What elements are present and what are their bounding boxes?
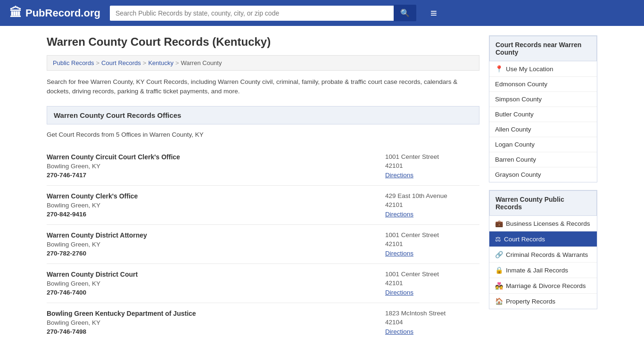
office-address-4: 1823 McIntosh Street: [385, 310, 479, 317]
public-records-item-4[interactable]: 💑 Marriage & Divorce Records: [489, 278, 597, 294]
office-name-1: Warren County Clerk's Office: [47, 192, 138, 200]
logo-icon: 🏛: [9, 6, 22, 20]
search-input[interactable]: [110, 6, 394, 21]
public-records-label-0: Business Licenses & Records: [506, 220, 590, 227]
breadcrumb-sep-3: >: [175, 59, 179, 66]
offices-section-header: Warren County Court Records Offices: [47, 106, 479, 124]
office-right-3: 1001 Center Street 42101 Directions: [385, 271, 479, 296]
logo[interactable]: 🏛 PubRecord.org: [9, 6, 100, 20]
nearby-county-1[interactable]: Simpson County: [489, 92, 597, 107]
public-records-icon-4: 💑: [495, 282, 503, 289]
office-right-2: 1001 Center Street 42101 Directions: [385, 231, 479, 257]
directions-link-0[interactable]: Directions: [385, 172, 413, 179]
nearby-county-6[interactable]: Grayson County: [489, 167, 597, 182]
public-records-label-1: Court Records: [504, 236, 545, 243]
office-left-4: Bowling Green Kentucky Department of Jus…: [47, 310, 196, 335]
search-button[interactable]: 🔍: [394, 5, 416, 21]
office-right-4: 1823 McIntosh Street 42104 Directions: [385, 310, 479, 335]
nearby-counties: Edmonson CountySimpson CountyButler Coun…: [489, 77, 597, 182]
public-records-item-5[interactable]: 🏠 Property Records: [489, 294, 597, 309]
office-zip-0: 42101: [385, 162, 479, 169]
page-title: Warren County Court Records (Kentucky): [47, 35, 479, 49]
office-left-3: Warren County District Court Bowling Gre…: [47, 271, 138, 296]
office-entry: Warren County Clerk's Office Bowling Gre…: [47, 186, 479, 225]
directions-link-2[interactable]: Directions: [385, 250, 413, 257]
breadcrumb-sep-2: >: [143, 59, 147, 66]
public-records-item-1[interactable]: ⚖ Court Records: [489, 231, 597, 247]
public-records-header: Warren County Public Records: [489, 190, 597, 216]
description: Search for free Warren County, KY Court …: [47, 77, 479, 97]
office-name-0: Warren County Circuit Court Clerk's Offi…: [47, 153, 180, 161]
office-city-3: Bowling Green, KY: [47, 280, 138, 287]
use-location-label: Use My Location: [506, 66, 553, 73]
office-address-0: 1001 Center Street: [385, 153, 479, 160]
office-zip-2: 42101: [385, 240, 479, 247]
nearby-county-0[interactable]: Edmonson County: [489, 77, 597, 92]
office-zip-1: 42101: [385, 201, 479, 208]
public-records-item-2[interactable]: 🔗 Criminal Records & Warrants: [489, 247, 597, 263]
public-records-icon-5: 🏠: [495, 297, 503, 305]
location-icon: 📍: [495, 65, 503, 73]
menu-button[interactable]: ≡: [430, 7, 437, 20]
main-layout: Warren County Court Records (Kentucky) P…: [39, 26, 605, 351]
nearby-county-4[interactable]: Logan County: [489, 137, 597, 152]
breadcrumb-public-records[interactable]: Public Records: [53, 59, 94, 66]
office-left-0: Warren County Circuit Court Clerk's Offi…: [47, 153, 180, 179]
public-records-item-0[interactable]: 💼 Business Licenses & Records: [489, 216, 597, 231]
office-right-0: 1001 Center Street 42101 Directions: [385, 153, 479, 179]
menu-icon: ≡: [430, 7, 437, 19]
public-records-icon-3: 🔒: [495, 266, 503, 274]
office-name-4: Bowling Green Kentucky Department of Jus…: [47, 310, 196, 317]
office-entry: Warren County District Attorney Bowling …: [47, 225, 479, 264]
office-right-1: 429 East 10th Avenue 42101 Directions: [385, 192, 479, 218]
offices-list: Warren County Circuit Court Clerk's Offi…: [47, 147, 479, 342]
office-phone-4: 270-746-7498: [47, 328, 196, 335]
nearby-county-2[interactable]: Butler County: [489, 107, 597, 122]
content: Warren County Court Records (Kentucky) P…: [47, 35, 479, 342]
public-records-icon-1: ⚖: [495, 235, 501, 243]
office-phone-2: 270-782-2760: [47, 250, 147, 257]
office-city-4: Bowling Green, KY: [47, 319, 196, 326]
public-records-icon-2: 🔗: [495, 251, 503, 258]
nearby-county-3[interactable]: Allen County: [489, 122, 597, 137]
office-zip-3: 42101: [385, 280, 479, 287]
office-name-2: Warren County District Attorney: [47, 231, 147, 239]
public-records-label-3: Inmate & Jail Records: [506, 267, 568, 274]
breadcrumb-court-records[interactable]: Court Records: [101, 59, 141, 66]
nearby-section: Court Records near Warren County 📍 Use M…: [489, 35, 597, 182]
breadcrumb: Public Records > Court Records > Kentuck…: [47, 55, 479, 71]
office-address-1: 429 East 10th Avenue: [385, 192, 479, 199]
office-city-1: Bowling Green, KY: [47, 202, 138, 209]
office-entry: Warren County Circuit Court Clerk's Offi…: [47, 147, 479, 186]
offices-count: Get Court Records from 5 Offices in Warr…: [47, 131, 479, 138]
breadcrumb-warren-county: Warren County: [181, 59, 222, 66]
public-records-label-4: Marriage & Divorce Records: [506, 282, 586, 289]
directions-link-1[interactable]: Directions: [385, 211, 413, 218]
office-address-2: 1001 Center Street: [385, 231, 479, 239]
office-address-3: 1001 Center Street: [385, 271, 479, 278]
office-name-3: Warren County District Court: [47, 271, 138, 278]
public-records-label-2: Criminal Records & Warrants: [506, 251, 588, 258]
breadcrumb-sep-1: >: [96, 59, 99, 66]
office-left-2: Warren County District Attorney Bowling …: [47, 231, 147, 257]
office-left-1: Warren County Clerk's Office Bowling Gre…: [47, 192, 138, 218]
office-entry: Bowling Green Kentucky Department of Jus…: [47, 303, 479, 342]
directions-link-3[interactable]: Directions: [385, 289, 413, 296]
use-location[interactable]: 📍 Use My Location: [489, 61, 597, 77]
public-records-item-3[interactable]: 🔒 Inmate & Jail Records: [489, 263, 597, 278]
public-records-label-5: Property Records: [506, 298, 555, 305]
header: 🏛 PubRecord.org 🔍 ≡: [0, 0, 644, 26]
sidebar: Court Records near Warren County 📍 Use M…: [489, 35, 597, 342]
public-records-icon-0: 💼: [495, 220, 503, 227]
office-zip-4: 42104: [385, 319, 479, 326]
public-records-items: 💼 Business Licenses & Records ⚖ Court Re…: [489, 216, 597, 309]
nearby-header: Court Records near Warren County: [489, 36, 597, 61]
search-container: 🔍: [110, 5, 416, 21]
directions-link-4[interactable]: Directions: [385, 328, 413, 335]
breadcrumb-kentucky[interactable]: Kentucky: [148, 59, 173, 66]
office-phone-0: 270-746-7417: [47, 172, 180, 179]
public-records-section: Warren County Public Records 💼 Business …: [489, 190, 597, 309]
logo-text: PubRecord.org: [25, 7, 100, 19]
nearby-county-5[interactable]: Barren County: [489, 152, 597, 167]
search-icon: 🔍: [400, 9, 410, 17]
